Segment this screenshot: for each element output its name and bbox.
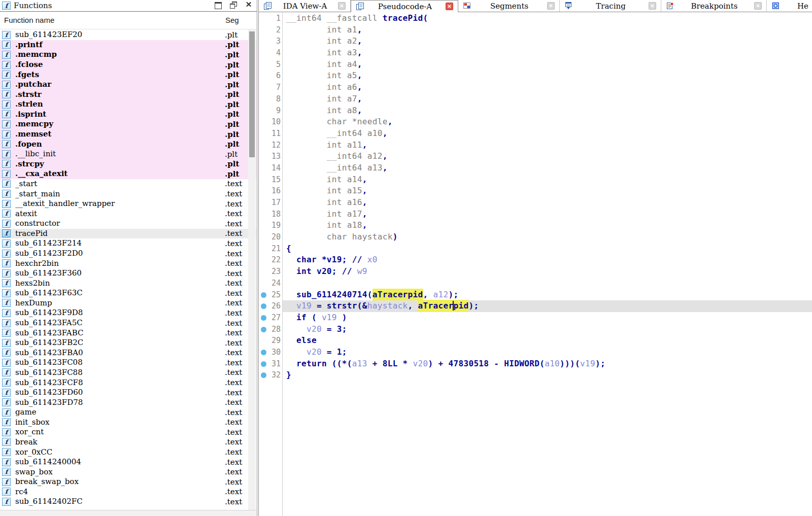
function-row[interactable]: f.fgets.plt — [0, 70, 256, 80]
gutter[interactable] — [259, 174, 268, 186]
code-line[interactable]: 24 — [259, 278, 812, 289]
function-row[interactable]: fsub_611423FCF8.text — [0, 377, 256, 388]
code-text[interactable]: int a16, — [282, 197, 812, 209]
function-row[interactable]: f.memset.plt — [0, 129, 256, 140]
function-row[interactable]: finit_sbox.text — [0, 418, 256, 428]
tab-close-icon[interactable]: ✕ — [754, 2, 762, 10]
code-text[interactable]: char *v19; // x0 — [282, 254, 812, 266]
code-line[interactable]: 29 else — [259, 335, 812, 347]
function-row[interactable]: f.fopen.plt — [0, 139, 256, 149]
function-row[interactable]: fsub_611423FD60.text — [0, 388, 256, 398]
code-text[interactable]: v20 = 1; — [282, 347, 812, 358]
function-row[interactable]: ftracePid.text — [0, 229, 256, 239]
function-row[interactable]: f.printf.plt — [0, 40, 256, 50]
gutter[interactable] — [259, 254, 268, 266]
code-text[interactable]: __int64 a13, — [282, 162, 812, 174]
gutter[interactable] — [259, 151, 268, 162]
close-button[interactable]: ✕ — [245, 1, 253, 9]
function-row[interactable]: fsub_611423F2D0.text — [0, 249, 256, 259]
gutter[interactable] — [259, 70, 268, 82]
maximize-button[interactable] — [214, 1, 222, 9]
function-row[interactable]: fxor_cnt.text — [0, 427, 256, 437]
tab-close-icon[interactable]: ✕ — [338, 2, 346, 10]
function-row[interactable]: fsub_611423FD78.text — [0, 397, 256, 407]
pseudocode-view[interactable]: 1__int64 __fastcall tracePid(2 int a1,3 … — [259, 12, 812, 516]
functions-horizontal-scrollbar[interactable] — [0, 510, 256, 516]
gutter[interactable] — [259, 13, 268, 24]
function-row[interactable]: fbreak.text — [0, 437, 256, 448]
gutter[interactable] — [259, 278, 268, 289]
code-line[interactable]: 8 int a7, — [259, 93, 812, 105]
code-line[interactable]: 26 v19 = strstr(&haystack, aTracerpid); — [259, 300, 812, 312]
code-line[interactable]: 21{ — [259, 243, 812, 255]
code-text[interactable]: v19 = strstr(&haystack, aTracerpid); — [282, 300, 812, 312]
code-line[interactable]: 28 v20 = 3; — [259, 324, 812, 335]
tab-pseudocode-a[interactable]: Pseudocode-A✕ — [351, 0, 458, 12]
function-row[interactable]: fsub_611423FABC.text — [0, 328, 256, 338]
function-row[interactable]: fsub_611423F360.text — [0, 268, 256, 279]
function-row[interactable]: f.strstr.plt — [0, 89, 256, 99]
code-text[interactable]: int a15, — [282, 185, 812, 197]
gutter[interactable] — [259, 36, 268, 47]
functions-vertical-scrollbar[interactable] — [248, 29, 256, 510]
code-text[interactable]: { — [282, 243, 812, 255]
function-row[interactable]: fsub_611423F9D8.text — [0, 308, 256, 318]
function-row[interactable]: fhexDump.text — [0, 298, 256, 308]
code-line[interactable]: 31 return ((*(a13 + 8LL * v20) + 4783051… — [259, 358, 812, 370]
code-line[interactable]: 11 __int64 a10, — [259, 128, 812, 140]
code-text[interactable]: int v20; // w9 — [282, 266, 812, 278]
function-row[interactable]: fsub_611423EF20.plt — [0, 30, 256, 40]
function-row[interactable]: fhexchr2bin.text — [0, 258, 256, 268]
code-line[interactable]: 6 int a5, — [259, 70, 812, 82]
gutter[interactable] — [259, 59, 268, 71]
gutter[interactable] — [259, 24, 268, 36]
gutter[interactable] — [259, 324, 268, 335]
gutter[interactable] — [259, 47, 268, 59]
function-row[interactable]: frc4.text — [0, 487, 256, 497]
gutter[interactable] — [259, 312, 268, 324]
gutter[interactable] — [259, 105, 268, 117]
code-line[interactable]: 15 int a14, — [259, 174, 812, 186]
code-line[interactable]: 22 char *v19; // x0 — [259, 254, 812, 266]
function-row[interactable]: fsub_611423FA5C.text — [0, 318, 256, 328]
function-row[interactable]: f.strcpy.plt — [0, 159, 256, 169]
function-row[interactable]: fsub_611423FC08.text — [0, 358, 256, 368]
gutter[interactable] — [259, 209, 268, 220]
function-row[interactable]: fbreak_swap_box.text — [0, 477, 256, 487]
gutter[interactable] — [259, 289, 268, 301]
gutter[interactable] — [259, 82, 268, 93]
code-text[interactable]: int a5, — [282, 70, 812, 82]
code-text[interactable]: int a18, — [282, 220, 812, 231]
code-line[interactable]: 32} — [259, 369, 812, 381]
code-text[interactable]: char *needle, — [282, 116, 812, 128]
code-text[interactable]: int a2, — [282, 36, 812, 47]
column-function-name[interactable]: Function name — [4, 16, 54, 24]
code-text[interactable]: int a8, — [282, 105, 812, 117]
code-line[interactable]: 4 int a3, — [259, 47, 812, 59]
float-button[interactable] — [229, 1, 238, 9]
function-row[interactable]: f.__cxa_atexit.plt — [0, 169, 256, 179]
function-row[interactable]: f.__libc_init.plt — [0, 149, 256, 159]
gutter[interactable] — [259, 128, 268, 140]
code-text[interactable]: int a1, — [282, 24, 812, 36]
tab-close-icon[interactable]: ✕ — [446, 3, 453, 10]
code-text[interactable]: char haystack) — [282, 231, 812, 243]
code-text[interactable]: sub_6114240714(aTracerpid, a12); — [282, 289, 812, 301]
code-line[interactable]: 12 int a11, — [259, 140, 812, 151]
function-row[interactable]: fxor_0xCC.text — [0, 447, 256, 457]
code-text[interactable]: __int64 a12, — [282, 151, 812, 162]
code-text[interactable]: int a7, — [282, 93, 812, 105]
function-row[interactable]: f.putchar.plt — [0, 80, 256, 90]
gutter[interactable] — [259, 266, 268, 278]
function-row[interactable]: fswap_box.text — [0, 467, 256, 477]
tab-close-icon[interactable]: ✕ — [649, 2, 656, 10]
code-line[interactable]: 9 int a8, — [259, 105, 812, 117]
tab-segments[interactable]: Segments✕ — [458, 0, 560, 12]
functions-column-header[interactable]: Function name Seg — [0, 12, 257, 29]
function-row[interactable]: fsub_611423F63C.text — [0, 288, 256, 298]
tab-close-icon[interactable]: ✕ — [547, 2, 555, 10]
code-line[interactable]: 16 int a15, — [259, 185, 812, 197]
gutter[interactable] — [259, 369, 268, 381]
function-row[interactable]: f.fclose.plt — [0, 60, 256, 70]
code-line[interactable]: 14 __int64 a13, — [259, 162, 812, 174]
